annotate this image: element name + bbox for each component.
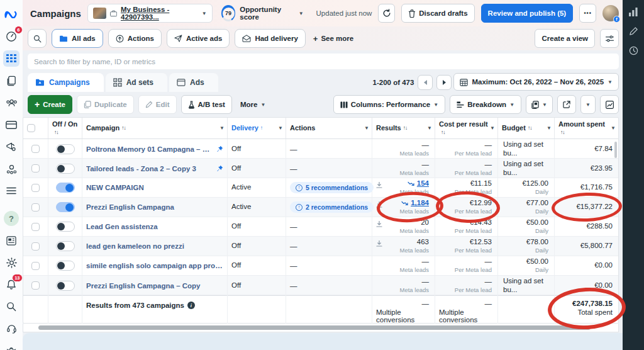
campaign-name-link[interactable]: Poltrona Memory 01 Campagna – Copy 8 (86, 145, 214, 153)
tab-ads[interactable]: Ads (169, 73, 218, 92)
select-all-checkbox[interactable] (27, 124, 35, 132)
row-checkbox[interactable] (31, 262, 40, 270)
opportunity-score[interactable]: 79 Opportunity score ▼ (221, 5, 304, 21)
business-selector[interactable]: My Business - 42907393... ▼ (87, 4, 213, 23)
insights-chart-icon[interactable] (628, 8, 638, 16)
history-clock-icon[interactable] (629, 46, 638, 55)
create-button[interactable]: +Create (28, 95, 72, 114)
all-tools-icon[interactable] (3, 183, 19, 199)
support-headset-icon[interactable] (3, 320, 19, 337)
header-actions[interactable]: Actions▼ (286, 118, 372, 138)
billing-icon[interactable] (3, 116, 19, 133)
pages-icon[interactable] (3, 72, 19, 89)
settings-gear-icon[interactable] (3, 254, 19, 271)
notifications-bell-icon[interactable]: 13 (3, 276, 19, 293)
campaign-name-link[interactable]: Prezzi English Campagna – Copy (86, 282, 223, 290)
review-publish-button[interactable]: Review and publish (5) (481, 4, 574, 23)
filter-search-button[interactable] (28, 29, 47, 48)
header-off-on[interactable]: Off / On↑↓ (48, 118, 82, 138)
campaign-name-link[interactable]: Lead Gen assistenza (86, 223, 223, 230)
campaign-toggle[interactable] (56, 281, 75, 291)
more-options-button[interactable]: ••• (579, 4, 596, 23)
campaign-toggle[interactable] (56, 222, 75, 232)
row-checkbox[interactable] (31, 203, 40, 212)
campaign-toggle[interactable] (56, 261, 75, 271)
duplicate-button[interactable]: Duplicate (77, 95, 134, 114)
row-checkbox[interactable] (31, 184, 40, 192)
campaign-toggle[interactable] (56, 183, 75, 193)
row-checkbox[interactable] (31, 242, 40, 251)
filter-active-ads[interactable]: Active ads (167, 29, 230, 48)
help-icon[interactable]: ? (3, 210, 19, 227)
avatar[interactable]: f (602, 5, 619, 21)
audiences-icon[interactable] (3, 94, 19, 111)
campaign-name-link[interactable]: NEW CAMPAIGN (86, 184, 223, 191)
header-results[interactable]: Results↑↓▼ (372, 118, 435, 138)
row-checkbox[interactable] (31, 223, 40, 231)
ab-test-button[interactable]: A/B test (181, 95, 232, 114)
download-icon[interactable] (376, 201, 382, 208)
columns-button[interactable]: Columns: Performance ▼ (333, 95, 445, 114)
search-input[interactable] (28, 54, 619, 69)
rail-search-icon[interactable] (3, 298, 19, 315)
export-options-button[interactable]: ▼ (580, 95, 596, 114)
filter-actions[interactable]: Actions (108, 29, 162, 48)
tab-ad-sets[interactable]: Ad sets (106, 73, 167, 92)
results-cell: — Meta leads (372, 256, 435, 275)
edit-pencil-icon[interactable] (629, 26, 638, 36)
row-checkbox[interactable] (31, 145, 40, 153)
campaign-name-link[interactable]: Tailored leads - Zona 2 – Copy 3 (86, 165, 214, 172)
business-thumbnail (93, 8, 106, 19)
campaign-name-link[interactable]: simile english solo campaign app prova -… (86, 262, 223, 269)
trend-down-icon (401, 201, 409, 206)
report-bug-icon[interactable] (3, 342, 19, 350)
row-checkbox[interactable] (31, 281, 40, 290)
date-range-selector[interactable]: Maximum: Oct 26, 2022 – Nov 26, 2025 ▼ (453, 73, 619, 91)
campaign-name-link[interactable]: Prezzi English Campagna (86, 203, 223, 211)
view-settings-button[interactable] (600, 29, 619, 48)
header-delivery[interactable]: Delivery↑▼ (228, 118, 286, 138)
download-icon[interactable] (376, 221, 382, 227)
tab-campaigns[interactable]: Campaigns (28, 73, 104, 92)
updates-icon[interactable] (3, 232, 19, 249)
business-assets-icon[interactable] (3, 161, 19, 177)
breakdown-button[interactable]: Breakdown ▼ (450, 95, 521, 114)
row-checkbox[interactable] (31, 164, 40, 172)
charts-button[interactable] (600, 95, 619, 114)
see-more-button[interactable]: +See more (311, 34, 356, 43)
refresh-button[interactable] (378, 4, 395, 23)
edit-button[interactable]: Edit (138, 95, 177, 114)
download-icon[interactable] (376, 240, 382, 247)
ads-settings-icon[interactable] (3, 138, 19, 155)
header-select-all[interactable] (23, 118, 48, 138)
campaign-toggle[interactable] (56, 241, 75, 251)
header-amount-spent[interactable]: Amount spent↑↓▼ (555, 118, 618, 138)
prev-page-button[interactable] (418, 75, 433, 90)
campaign-toggle[interactable] (56, 144, 75, 154)
create-view-button[interactable]: Create a view (535, 29, 595, 48)
campaign-toggle[interactable] (56, 202, 75, 212)
filter-all-ads[interactable]: All ads (52, 29, 103, 48)
campaign-toggle[interactable] (56, 164, 75, 174)
export-button[interactable] (557, 95, 576, 114)
info-icon[interactable]: i (187, 302, 195, 309)
recommendations-badge[interactable]: ↑2 recommendations (290, 201, 374, 213)
ads-manager-icon[interactable] (3, 50, 19, 67)
reports-button[interactable]: ▼ (526, 95, 553, 114)
more-menu-button[interactable]: More▼ (236, 101, 269, 108)
right-tool-rail (623, 0, 644, 350)
filter-had-delivery[interactable]: Had delivery (235, 29, 305, 48)
amount-spent-cell: €23.95 (555, 159, 618, 179)
vertical-scrollbar[interactable] (614, 142, 617, 158)
account-overview-icon[interactable]: 6 (3, 28, 19, 45)
recommendations-badge[interactable]: ↑5 recommendations (290, 182, 374, 193)
table-row: Lead Gen assistenza Off — ↑ 20 Meta lead… (23, 217, 618, 237)
next-page-button[interactable] (436, 75, 452, 90)
discard-drafts-button[interactable]: Discard drafts (401, 4, 474, 23)
header-budget[interactable]: Budget↑↓▼ (498, 118, 555, 138)
horizontal-scrollbar[interactable] (38, 325, 591, 330)
header-cost-per-result[interactable]: Cost per result↑↓▼ (435, 118, 498, 138)
download-icon[interactable] (376, 182, 382, 188)
header-campaign[interactable]: Campaign↑↓▼ (82, 118, 228, 138)
campaign-name-link[interactable]: lead gen kameleon no prezzi (86, 242, 223, 250)
